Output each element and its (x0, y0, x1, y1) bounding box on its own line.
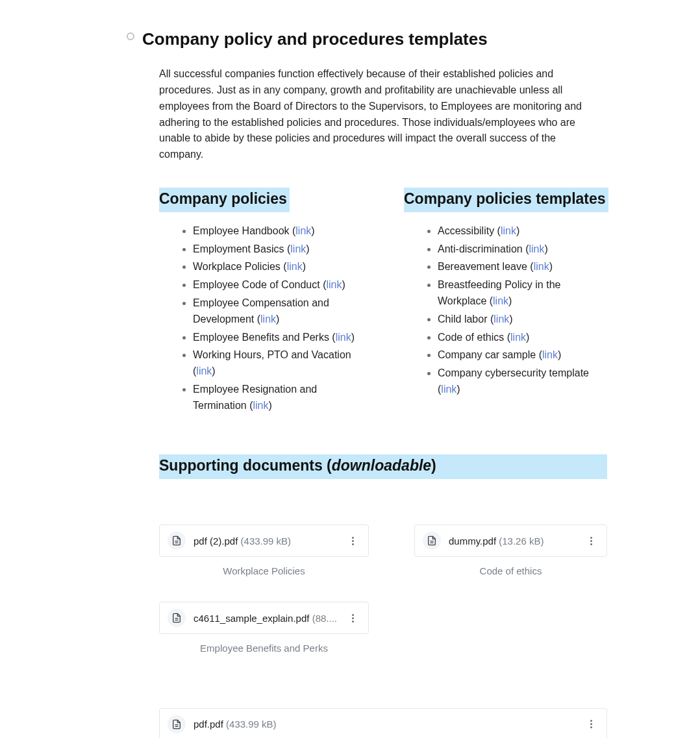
policy-link[interactable]: link (493, 295, 508, 306)
file-name: pdf (2).pdf (194, 535, 241, 547)
more-options-button[interactable] (583, 717, 599, 732)
file-card[interactable]: pdf (2).pdf (433.99 kB) (159, 524, 369, 557)
list-item-label: Bereavement leave (438, 261, 530, 272)
list-item-label: Child labor (438, 314, 490, 325)
more-options-button[interactable] (345, 533, 360, 548)
policy-link[interactable]: link (253, 400, 268, 411)
list-item: Employee Handbook (link) (193, 223, 365, 240)
list-item: Child labor (link) (438, 312, 610, 328)
policy-link[interactable]: link (196, 365, 212, 376)
file-name: dummy.pdf (449, 535, 499, 547)
list-item-label: Working Hours, PTO and Vacation (193, 349, 351, 360)
file-block: pdf.pdf (433.99 kB)Employee Resignation … (159, 708, 607, 738)
file-card[interactable]: c4611_sample_explain.pdf (88.... (159, 602, 369, 634)
list-item-label: Accessibility (438, 225, 497, 236)
list-item-label: Workplace Policies (193, 261, 283, 272)
list-item: Working Hours, PTO and Vacation (link) (193, 347, 365, 380)
file-block: dummy.pdf (13.26 kB)Code of ethics (414, 524, 607, 578)
templates-heading: Company policies templates (404, 188, 608, 212)
file-icon (168, 609, 186, 627)
templates-list: Accessibility (link)Anti-discrimination … (404, 223, 610, 398)
file-icon (168, 715, 186, 733)
list-item: Bereavement leave (link) (438, 259, 610, 275)
policy-link[interactable]: link (336, 332, 351, 343)
list-item: Employee Code of Conduct (link) (193, 277, 365, 293)
policy-link[interactable]: link (326, 279, 342, 290)
file-size: (433.99 kB) (226, 719, 277, 730)
list-item: Employee Resignation and Termination (li… (193, 382, 365, 414)
file-caption: Workplace Policies (159, 563, 369, 578)
policy-link[interactable]: link (534, 261, 549, 272)
supporting-heading: Supporting documents (downloadable) (159, 454, 607, 479)
list-item: Breastfeeding Policy in the Workplace (l… (438, 277, 610, 310)
more-options-button[interactable] (583, 533, 599, 548)
file-icon (423, 532, 441, 550)
file-caption: Code of ethics (414, 563, 607, 578)
list-item: Employment Basics (link) (193, 241, 365, 258)
list-item-label: Employee Handbook (193, 225, 292, 236)
policy-link[interactable]: link (510, 332, 526, 343)
more-options-button[interactable] (345, 610, 360, 626)
list-item: Code of ethics (link) (438, 330, 610, 346)
policy-link[interactable]: link (295, 225, 311, 236)
list-item-label: Company cybersecurity template (438, 367, 589, 378)
list-item-label: Employee Code of Conduct (193, 279, 323, 290)
file-name: c4611_sample_explain.pdf (194, 613, 312, 624)
list-item: Accessibility (link) (438, 223, 610, 240)
toggle-bullet-icon[interactable] (127, 32, 134, 40)
policy-link[interactable]: link (542, 349, 558, 360)
list-item: Anti-discrimination (link) (438, 241, 610, 258)
file-caption: Employee Benefits and Perks (159, 641, 369, 656)
list-item-label: Code of ethics (438, 332, 507, 343)
policy-link[interactable]: link (287, 261, 303, 272)
file-card[interactable]: dummy.pdf (13.26 kB) (414, 524, 607, 557)
list-item: Workplace Policies (link) (193, 259, 365, 275)
file-block: c4611_sample_explain.pdf (88....Employee… (159, 602, 369, 656)
page-title: Company policy and procedures templates (142, 26, 610, 52)
intro-paragraph: All successful companies function effect… (159, 66, 601, 163)
file-card[interactable]: pdf.pdf (433.99 kB) (159, 708, 607, 738)
policy-link[interactable]: link (290, 243, 306, 254)
policy-link[interactable]: link (494, 314, 509, 325)
policy-link[interactable]: link (441, 384, 456, 395)
list-item-label: Employee Benefits and Perks (193, 332, 332, 343)
file-size: (433.99 kB) (241, 535, 292, 547)
list-item-label: Employment Basics (193, 243, 287, 254)
file-block: pdf (2).pdf (433.99 kB)Workplace Policie… (159, 524, 369, 578)
policy-link[interactable]: link (260, 314, 276, 325)
policies-heading: Company policies (159, 188, 290, 212)
policies-list: Employee Handbook (link)Employment Basic… (159, 223, 365, 414)
list-item-label: Company car sample (438, 349, 539, 360)
list-item: Company cybersecurity template (link) (438, 365, 610, 398)
supporting-heading-pre: Supporting documents ( (159, 457, 332, 474)
list-item: Employee Compensation and Development (l… (193, 295, 365, 328)
file-size: (88.... (312, 613, 337, 624)
supporting-heading-post: ) (431, 457, 436, 474)
list-item: Company car sample (link) (438, 347, 610, 363)
list-item: Employee Benefits and Perks (link) (193, 330, 365, 346)
file-name: pdf.pdf (194, 719, 226, 730)
list-item-label: Anti-discrimination (438, 243, 525, 254)
supporting-heading-ital: downloadable (332, 457, 431, 474)
policy-link[interactable]: link (501, 225, 516, 236)
policy-link[interactable]: link (529, 243, 544, 254)
file-size: (13.26 kB) (499, 535, 544, 547)
file-icon (168, 532, 186, 550)
